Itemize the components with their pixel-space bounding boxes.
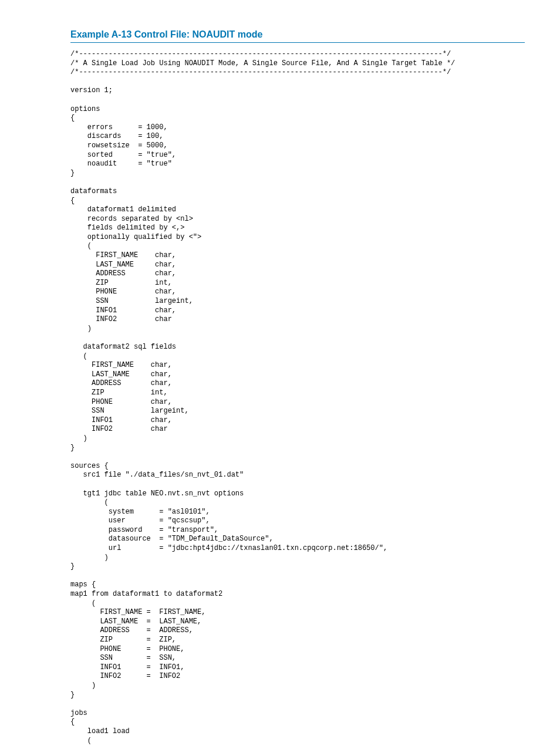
example-heading: Example A-13 Control File: NOAUDIT mode (70, 29, 525, 43)
code-block: /*--------------------------------------… (70, 50, 525, 746)
